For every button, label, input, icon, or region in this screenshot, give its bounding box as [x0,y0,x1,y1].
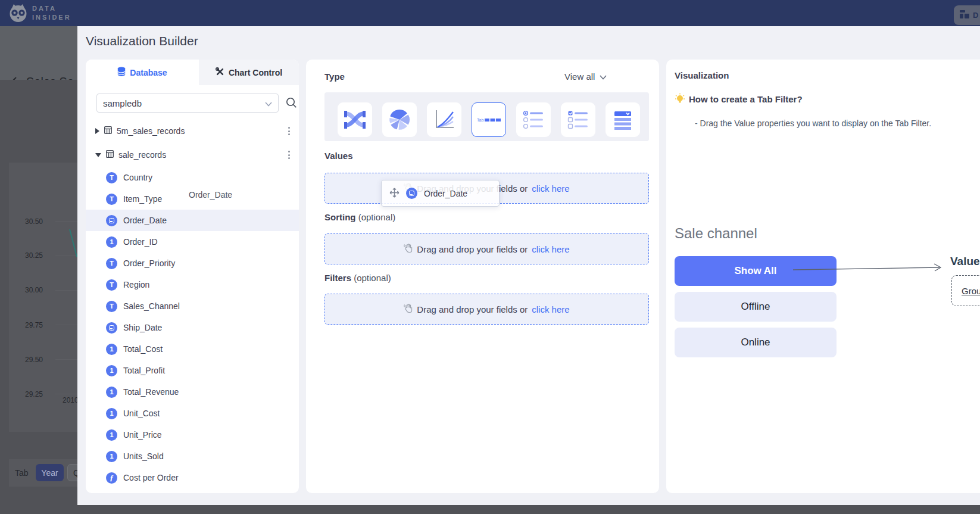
tab-year-button[interactable]: Year [36,464,64,481]
number-field-icon: 1 [106,429,117,441]
chart-type-strip: Tab [324,92,649,141]
tip-title: How to create a Tab Filter? [689,94,803,104]
field-row-unit-price[interactable]: 1 Unit_Price [86,424,299,446]
builder-panel: Type View all [306,60,659,493]
top-navbar: DATA INSIDER D [0,0,980,26]
brand-line-2: INSIDER [32,13,71,22]
chart-type-sankey[interactable] [338,102,372,137]
field-row-order-id[interactable]: 1 Order_ID [86,231,299,253]
chevron-down-icon [600,71,607,82]
values-section-label: Values [324,151,353,161]
text-field-icon: T [106,194,117,205]
search-icon[interactable] [286,97,297,111]
sorting-section-label: Sorting (optional) [324,212,395,222]
table-name: 5m_sales_records [117,126,185,136]
text-field-icon: T [106,258,117,269]
table-grid-icon [104,126,112,136]
tools-icon [216,67,224,78]
date-field-icon [406,188,417,199]
number-field-icon: 1 [106,408,117,419]
chart-type-single-choice[interactable] [516,102,551,137]
app-root: { "navbar": { "brand_line1": "DATA", "br… [0,0,980,514]
value-annotation-heading: Value [950,255,980,268]
field-row-cost-per-order[interactable]: ƒ Cost per Order [86,467,299,488]
modal-title: Visualization Builder [86,34,198,48]
option-offline-button[interactable]: Offline [675,292,837,322]
table-row-5m-sales-records[interactable]: 5m_sales_records [86,119,299,143]
chart-type-dropdown[interactable] [606,102,640,137]
chart-type-tab-filter[interactable]: Tab [472,102,506,137]
sorting-dropzone[interactable]: Drag and drop your fields or click here [324,233,649,264]
field-row-item-type[interactable]: T Item_Type [86,188,299,210]
visualization-builder-modal: Visualization Builder Database [77,26,980,505]
chart-type-pie[interactable] [382,102,417,137]
chart-type-line[interactable] [427,102,461,137]
dragged-field-card[interactable]: Order_Date [381,180,500,207]
caret-right-icon[interactable] [95,128,99,134]
field-row-ship-date[interactable]: Ship_Date [86,317,299,338]
field-row-sales-channel[interactable]: T Sales_Channel [86,295,299,317]
y-tick: 29.75 [19,321,43,329]
number-field-icon: 1 [106,344,117,355]
table-name: sale_records [118,150,166,160]
click-here-link[interactable]: click here [532,183,569,194]
dropzone-hint: Drag and drop your fields or [417,244,528,254]
text-field-icon: T [106,301,117,312]
dashboard-button[interactable]: D [954,5,980,25]
dragged-field-label: Order_Date [424,189,467,198]
number-field-icon: 1 [106,236,117,248]
datasource-select[interactable]: sampledb [96,94,279,113]
dashboard-grid-icon [960,10,969,20]
tab-database[interactable]: Database [86,60,199,85]
date-field-icon [106,322,117,334]
y-tick: 30.25 [19,251,43,260]
number-field-icon: 1 [106,387,117,398]
click-here-link[interactable]: click here [532,304,569,314]
group-drop-target[interactable]: Group [951,275,980,306]
field-row-total-revenue[interactable]: 1 Total_Revenue [86,381,299,403]
dashboard-button-label: D [973,11,978,20]
y-tick: 29.25 [19,390,43,398]
filters-dropzone[interactable]: Drag and drop your fields or click here [324,294,649,325]
drag-hand-icon [404,303,413,315]
background-tab-switcher: Tab Year Qu [9,459,77,487]
database-icon [117,67,126,79]
table-row-sale-records[interactable]: sale_records [86,143,299,167]
number-field-icon: 1 [106,365,117,376]
y-tick: 30.50 [19,217,43,226]
table-grid-icon [106,149,114,160]
kebab-menu-icon[interactable] [286,149,292,161]
field-row-country[interactable]: T Country [86,167,299,188]
move-icon [389,188,400,200]
tab-group-label: Tab [15,468,29,478]
brand-wordmark: DATA INSIDER [32,4,71,22]
field-row-total-cost[interactable]: 1 Total_Cost [86,338,299,360]
database-panel: Database Chart Control sampledb [86,60,299,493]
option-online-button[interactable]: Online [675,328,837,357]
field-row-order-priority[interactable]: T Order_Priority [86,253,299,274]
type-section-label: Type [324,71,345,82]
chart-type-multi-choice[interactable] [561,102,595,137]
y-tick: 29.50 [19,356,43,364]
datasource-value: sampledb [103,98,142,108]
caret-down-icon[interactable] [95,153,101,157]
tab-chart-control-label: Chart Control [229,68,282,77]
field-row-order-date[interactable]: Order_Date [86,210,299,231]
group-link[interactable]: Group [962,286,980,296]
kebab-menu-icon[interactable] [286,125,292,137]
field-row-region[interactable]: T Region [86,274,299,295]
drag-hand-icon [404,243,413,255]
x-tick: 2010 [63,396,79,404]
brand-line-1: DATA [32,4,71,13]
left-panel-tabs: Database Chart Control [86,60,299,85]
visualization-header: Visualization [675,70,729,80]
field-row-units-sold[interactable]: 1 Units_Sold [86,446,299,467]
field-row-unit-cost[interactable]: 1 Unit_Cost [86,403,299,424]
tip-body: - Drag the Value properties you want to … [695,119,931,128]
field-row-total-profit[interactable]: 1 Total_Profit [86,360,299,381]
click-here-link[interactable]: click here [532,244,569,254]
filters-section-label: Filters (optional) [324,273,391,283]
tab-chart-control[interactable]: Chart Control [199,60,299,85]
view-all-button[interactable]: View all [564,71,607,82]
expression-field-icon: ƒ [106,472,117,484]
